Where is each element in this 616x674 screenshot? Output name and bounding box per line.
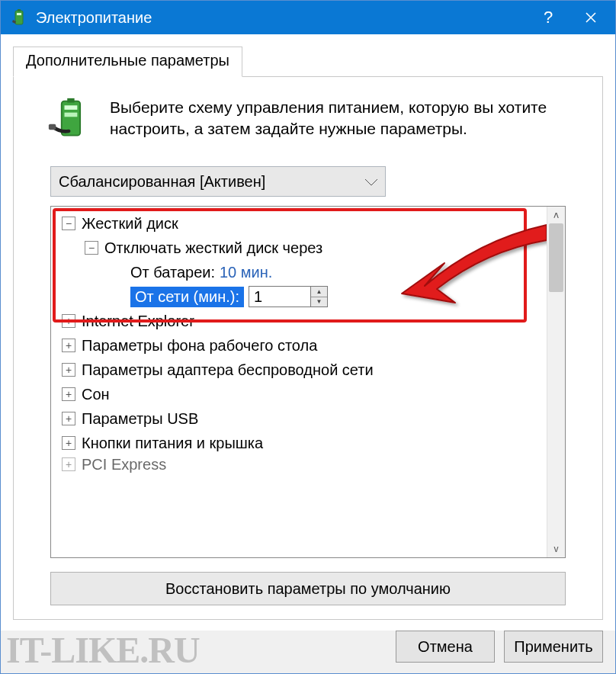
tree-node-pci[interactable]: + PCI Express — [62, 452, 541, 477]
scroll-up-icon[interactable]: ʌ — [547, 207, 565, 223]
apply-button[interactable]: Применить — [504, 631, 603, 663]
dialog-body: Дополнительные параметры Выберите схему … — [1, 34, 615, 631]
spin-up-button[interactable]: ▲ — [311, 287, 327, 297]
svg-rect-4 — [67, 98, 74, 103]
tree-node-usb[interactable]: + Параметры USB — [62, 406, 541, 431]
dialog-button-row: OK Отмена Применить — [1, 631, 615, 673]
tree-node-ie[interactable]: + Internet Explorer — [62, 309, 541, 333]
tree-setting-plugged-in[interactable]: От сети (мин.): ▲ ▼ — [62, 284, 541, 309]
expand-icon[interactable]: + — [62, 412, 75, 425]
svg-rect-2 — [17, 13, 21, 15]
scroll-track[interactable] — [547, 223, 565, 541]
tree-node-desktop-bg[interactable]: + Параметры фона рабочего стола — [62, 333, 541, 358]
power-plan-select[interactable]: Сбалансированная [Активен] — [50, 166, 386, 197]
tree-label: Internet Explorer — [82, 313, 194, 330]
scroll-down-icon[interactable]: v — [547, 541, 565, 557]
setting-value: 10 мин. — [220, 264, 272, 281]
expand-icon[interactable]: + — [62, 363, 75, 377]
scroll-thumb[interactable] — [549, 223, 563, 292]
titlebar: Электропитание ? — [1, 1, 615, 34]
spin-down-button[interactable]: ▼ — [311, 297, 327, 307]
close-button[interactable] — [569, 1, 612, 34]
tree-label: Жесткий диск — [82, 215, 178, 233]
tree-label: Параметры адаптера беспроводной сети — [82, 361, 374, 379]
expand-icon[interactable]: + — [62, 457, 75, 471]
expand-icon[interactable]: + — [62, 314, 75, 328]
svg-rect-1 — [18, 9, 21, 11]
tree-label: Отключать жесткий диск через — [104, 239, 322, 257]
tree-setting-on-battery[interactable]: От батареи: 10 мин. — [62, 260, 541, 284]
collapse-icon[interactable]: − — [85, 241, 98, 255]
svg-rect-0 — [15, 11, 23, 24]
setting-label: От батареи: — [130, 264, 215, 281]
power-options-window: Электропитание ? Дополнительные параметр… — [0, 0, 616, 674]
collapse-icon[interactable]: − — [62, 217, 75, 230]
expand-icon[interactable]: + — [62, 387, 75, 401]
setting-label-selected: От сети (мин.): — [130, 287, 244, 307]
tab-strip: Дополнительные параметры — [13, 47, 603, 77]
restore-defaults-button[interactable]: Восстановить параметры по умолчанию — [50, 572, 566, 605]
window-title: Электропитание — [36, 9, 527, 27]
instruction-text: Выберите схему управления питанием, кото… — [110, 97, 578, 140]
tree-label: Параметры USB — [82, 410, 198, 428]
tree-label: Параметры фона рабочего стола — [82, 337, 317, 355]
svg-rect-7 — [49, 124, 56, 130]
help-button[interactable]: ? — [527, 1, 569, 34]
svg-rect-6 — [65, 113, 78, 117]
settings-tree: − Жесткий диск − Отключать жесткий диск … — [50, 206, 566, 558]
tree-node-sleep[interactable]: + Сон — [62, 382, 541, 406]
tree-node-turn-off-hdd[interactable]: − Отключать жесткий диск через — [62, 236, 541, 260]
cancel-button[interactable]: Отмена — [396, 631, 495, 663]
expand-icon[interactable]: + — [62, 339, 75, 352]
expand-icon[interactable]: + — [62, 436, 75, 450]
tab-advanced[interactable]: Дополнительные параметры — [13, 47, 242, 77]
minutes-spinner: ▲ ▼ — [249, 286, 328, 307]
tree-scrollbar[interactable]: ʌ v — [547, 207, 565, 557]
tree-node-wireless[interactable]: + Параметры адаптера беспроводной сети — [62, 358, 541, 382]
tree-label: PCI Express — [82, 456, 166, 473]
tree-label: Сон — [82, 386, 110, 403]
power-icon — [10, 8, 28, 27]
tree-label: Кнопки питания и крышка — [82, 435, 263, 452]
battery-large-icon — [47, 97, 93, 146]
svg-rect-5 — [65, 105, 78, 110]
tree-node-hard-disk[interactable]: − Жесткий диск — [62, 211, 541, 236]
tab-panel: Выберите схему управления питанием, кото… — [13, 76, 603, 620]
minutes-input[interactable] — [249, 287, 310, 307]
